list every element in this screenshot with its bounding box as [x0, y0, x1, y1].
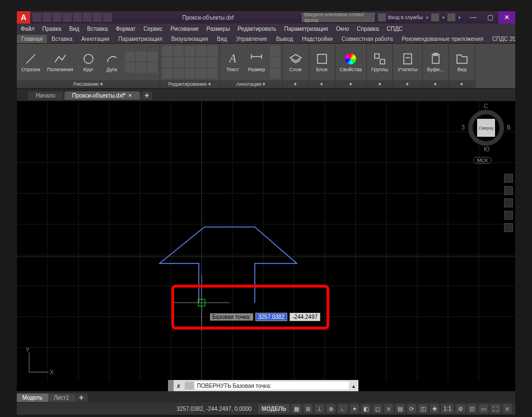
qat-open-icon[interactable] — [43, 13, 52, 22]
tab-add-button[interactable]: ✚ — [141, 91, 152, 100]
tab-model[interactable]: Модель — [17, 393, 48, 402]
exchange-icon[interactable] — [431, 13, 439, 21]
status-scale[interactable]: 1:1 — [441, 404, 454, 413]
properties-button[interactable]: Свойства — [338, 51, 365, 73]
utilities-button[interactable]: Утилиты — [395, 51, 420, 73]
maximize-button[interactable]: ▢ — [482, 11, 498, 24]
nav-pan-icon[interactable] — [504, 186, 513, 195]
menu-tools[interactable]: Сервис — [139, 26, 166, 32]
status-dyninput-icon[interactable]: ⊕ — [326, 404, 335, 413]
viewcube-east[interactable]: В — [507, 124, 511, 131]
nav-orbit-icon[interactable] — [504, 211, 513, 220]
tab-annotate[interactable]: Аннотации — [77, 35, 114, 43]
tab-add-layout[interactable]: ✚ — [74, 393, 88, 402]
tab-insert[interactable]: Вставка — [47, 35, 77, 43]
panel-title-draw[interactable]: Рисование ▾ — [17, 80, 160, 88]
tab-manage[interactable]: Управление — [231, 35, 272, 43]
menu-parametric[interactable]: Параметризация — [280, 26, 332, 32]
menu-draw[interactable]: Рисование — [166, 26, 202, 32]
status-transparency-icon[interactable]: ▤ — [395, 404, 405, 413]
status-iso-icon[interactable]: ◧ — [361, 404, 371, 413]
tab-addins[interactable]: Надстройки — [297, 35, 337, 43]
menu-spds[interactable]: СПДС — [383, 26, 407, 32]
cmdline-grip-icon[interactable] — [168, 380, 174, 391]
clipboard-button[interactable]: Буфе... — [425, 51, 446, 73]
tab-visualize[interactable]: Визуализация — [167, 35, 212, 43]
view-cube[interactable]: Сверху С Ю В З — [464, 105, 508, 150]
panel-title-modify[interactable]: Редактирование ▾ — [160, 80, 220, 88]
tab-start[interactable]: Начало — [28, 91, 63, 100]
status-3dosnap-icon[interactable]: ◫ — [418, 404, 428, 413]
viewcube-west[interactable]: З — [461, 124, 465, 131]
tab-layout1[interactable]: Лист1 — [48, 393, 74, 402]
tab-collab[interactable]: Совместная работа — [337, 35, 398, 43]
viewcube-south[interactable]: Ю — [484, 146, 489, 152]
status-model-button[interactable]: МОДЕЛЬ — [258, 404, 290, 413]
status-annotation-icon[interactable]: ✚ — [430, 404, 439, 413]
minimize-button[interactable]: — — [465, 11, 482, 24]
block-button[interactable]: Блок — [311, 51, 333, 73]
line-button[interactable]: Отрезок — [19, 51, 43, 73]
nav-wheel-icon[interactable] — [504, 174, 513, 183]
close-button[interactable]: ✕ — [498, 11, 515, 24]
viewcube-face[interactable]: Сверху — [477, 119, 495, 137]
view-button[interactable]: Вид — [451, 51, 473, 73]
status-snap-icon[interactable]: ⊞ — [304, 404, 312, 413]
status-infer-icon[interactable]: ⊥ — [315, 404, 324, 413]
status-cleanscreen-icon[interactable]: ⛶ — [491, 404, 501, 413]
login-link[interactable]: Вход в службы — [388, 15, 423, 20]
tab-document[interactable]: Прокси-объекты.dxf*✕ — [64, 91, 140, 100]
user-icon[interactable] — [378, 13, 386, 21]
ucs-icon[interactable]: X Y — [24, 350, 52, 380]
wcs-badge[interactable]: МСК — [473, 157, 492, 164]
status-workspace-icon[interactable]: ⊡ — [468, 404, 477, 413]
help-icon[interactable] — [447, 13, 455, 21]
status-monitor-icon[interactable]: ▭ — [479, 404, 488, 413]
tab-parametric[interactable]: Параметризация — [114, 35, 167, 43]
app-logo[interactable]: A — [17, 11, 30, 24]
menu-help[interactable]: Справка — [353, 26, 382, 32]
status-coordinates[interactable]: 3257.0382, -244.2497, 0.0000 — [176, 406, 251, 412]
cmdline-close-icon[interactable]: x — [174, 383, 184, 389]
menu-edit[interactable]: Правка — [39, 26, 66, 32]
viewcube-north[interactable]: С — [484, 103, 488, 109]
tab-spds[interactable]: СПДС 2019 — [488, 35, 515, 43]
groups-button[interactable]: Группы — [369, 51, 390, 73]
tab-view[interactable]: Вид — [212, 35, 231, 43]
menu-dimension[interactable]: Размеры — [203, 26, 234, 32]
tab-output[interactable]: Вывод — [272, 35, 297, 43]
status-gear-icon[interactable]: ⚙ — [456, 404, 465, 413]
menu-file[interactable]: Файл — [17, 26, 39, 32]
qat-plot-icon[interactable] — [73, 13, 82, 22]
status-customize-icon[interactable]: ≡ — [503, 404, 512, 413]
status-lineweight-icon[interactable]: ≡ — [384, 404, 393, 413]
status-osnap-icon[interactable]: ◻ — [373, 404, 382, 413]
qat-more-icon[interactable] — [103, 13, 112, 22]
command-line[interactable]: x ПОВЕРНУТЬ Базовая точка: ▴ — [168, 380, 358, 391]
polyline-button[interactable]: Полилиния — [45, 51, 76, 73]
layers-button[interactable]: Слои — [285, 51, 306, 73]
cmdline-history-icon[interactable]: ▴ — [349, 383, 358, 389]
arc-button[interactable]: Дуга — [101, 51, 123, 73]
cmdline-recent-icon[interactable] — [185, 382, 194, 390]
status-cycling-icon[interactable]: ⟳ — [407, 404, 416, 413]
qat-undo-icon[interactable] — [83, 13, 92, 22]
nav-showmotion-icon[interactable] — [504, 223, 513, 232]
tab-home[interactable]: Главная — [17, 35, 47, 43]
qat-redo-icon[interactable] — [93, 13, 102, 22]
search-input[interactable]: Введите ключевое слово/фразу — [302, 13, 375, 22]
nav-zoom-icon[interactable] — [504, 198, 513, 207]
dimension-button[interactable]: Размер — [246, 51, 268, 73]
tab-featured[interactable]: Рекомендованные приложения — [398, 35, 488, 43]
menu-insert[interactable]: Вставка — [83, 26, 111, 32]
status-ortho-icon[interactable]: ∟ — [338, 404, 348, 413]
status-grid-icon[interactable]: ▦ — [292, 404, 301, 413]
menu-modify[interactable]: Редактировать — [234, 26, 280, 32]
dropdown-icon[interactable]: ▼ — [425, 16, 429, 20]
menu-format[interactable]: Формат — [112, 26, 140, 32]
qat-save-icon[interactable] — [53, 13, 62, 22]
qat-new-icon[interactable] — [32, 13, 41, 22]
qat-saveas-icon[interactable] — [63, 13, 72, 22]
menu-window[interactable]: Окно — [332, 26, 353, 32]
text-button[interactable]: AТекст — [222, 51, 244, 73]
